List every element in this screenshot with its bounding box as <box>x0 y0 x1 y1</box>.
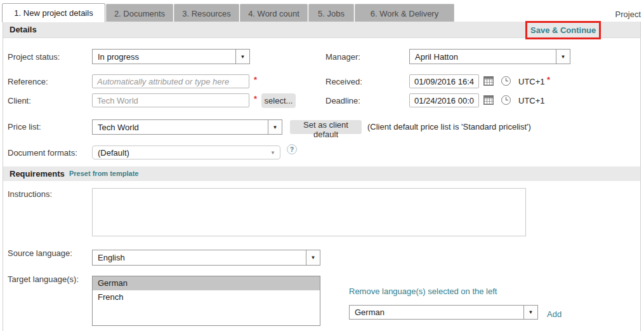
clock-icon[interactable] <box>501 95 511 105</box>
source-language-value: English <box>93 253 306 262</box>
add-language-value: German <box>350 307 523 317</box>
remove-languages-link[interactable]: Remove language(s) selected on the left <box>349 287 497 296</box>
reference-required-marker: * <box>254 75 257 84</box>
manager-select[interactable]: April Hatton <box>409 49 570 64</box>
tab-word-count[interactable]: 4. Word count <box>240 4 308 22</box>
set-client-default-button[interactable]: Set as client default <box>290 120 362 134</box>
received-input[interactable] <box>409 74 479 88</box>
add-language-select[interactable]: German <box>349 305 538 320</box>
project-status-select[interactable]: In progress <box>92 49 250 64</box>
project-status-label: Project status: <box>8 52 60 62</box>
tab-documents[interactable]: 2. Documents <box>106 4 173 22</box>
price-list-select[interactable]: Tech World <box>92 119 282 135</box>
client-select-button[interactable]: select... <box>261 93 296 108</box>
reference-label: Reference: <box>8 77 48 86</box>
chevron-down-icon[interactable] <box>268 120 282 134</box>
document-formats-select[interactable]: (Default) <box>92 145 280 159</box>
list-item-german[interactable]: German <box>93 276 320 290</box>
reference-input[interactable] <box>92 74 249 88</box>
price-list-value: Tech World <box>93 123 268 132</box>
instructions-textarea[interactable] <box>92 188 526 236</box>
source-language-label: Source language: <box>8 248 72 258</box>
received-label: Received: <box>325 77 362 86</box>
source-language-select[interactable]: English <box>92 250 320 266</box>
target-languages-listbox: German French <box>92 276 320 326</box>
requirements-title: Requirements <box>10 166 65 181</box>
chevron-down-icon[interactable] <box>556 50 570 64</box>
help-icon[interactable] <box>287 144 297 154</box>
price-list-note: (Client default price list is 'Standard … <box>367 122 531 132</box>
requirements-header-bar: Requirements Preset from template <box>3 166 640 181</box>
tab-resources[interactable]: 3. Resources <box>174 4 239 22</box>
document-formats-value: (Default) <box>93 148 266 158</box>
deadline-label: Deadline: <box>325 96 360 105</box>
project-corner-label: Project <box>615 10 641 19</box>
chevron-down-icon[interactable] <box>266 146 280 159</box>
target-languages-label: Target language(s): <box>8 274 79 284</box>
chevron-down-icon[interactable] <box>235 50 249 64</box>
received-timezone: UTC+1 <box>518 77 545 86</box>
list-item-french[interactable]: French <box>93 290 320 304</box>
manager-value: April Hatton <box>410 52 556 62</box>
chevron-down-icon[interactable] <box>306 250 320 265</box>
save-continue-button[interactable]: Save & Continue <box>530 25 596 35</box>
clock-icon[interactable] <box>501 76 511 86</box>
calendar-icon[interactable] <box>483 76 494 86</box>
project-status-value: In progress <box>93 52 235 62</box>
chevron-down-icon[interactable] <box>523 306 537 319</box>
price-list-label: Price list: <box>8 122 41 132</box>
tab-strip: 1. New project details 2. Documents 3. R… <box>2 3 455 22</box>
tab-jobs[interactable]: 5. Jobs <box>308 4 354 22</box>
manager-label: Manager: <box>325 52 360 62</box>
instructions-label: Instructions: <box>8 189 52 199</box>
document-formats-label: Document formats: <box>8 148 77 158</box>
client-input[interactable] <box>92 93 249 107</box>
tab-new-project-details[interactable]: 1. New project details <box>2 3 105 22</box>
annotation-highlight-box: Save & Continue <box>525 21 601 39</box>
calendar-icon[interactable] <box>483 95 494 105</box>
add-language-link[interactable]: Add <box>547 309 562 319</box>
preset-from-template-link[interactable]: Preset from template <box>69 166 138 181</box>
deadline-input[interactable] <box>409 93 479 107</box>
deadline-timezone: UTC+1 <box>518 96 545 105</box>
tab-work-delivery[interactable]: 6. Work & Delivery <box>355 4 454 22</box>
details-title: Details <box>10 22 37 38</box>
client-required-marker: * <box>254 94 257 104</box>
client-label: Client: <box>8 96 31 105</box>
received-required-marker: * <box>547 75 550 84</box>
